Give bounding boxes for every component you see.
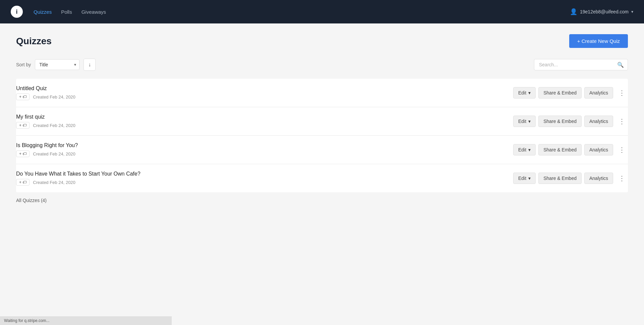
page-header: Quizzes + Create New Quiz	[16, 34, 628, 48]
quiz-actions: Edit ▾ Share & Embed Analytics ⋮	[513, 87, 628, 99]
logo[interactable]: i	[11, 6, 23, 18]
logo-icon: i	[11, 6, 23, 18]
search-input[interactable]	[534, 59, 628, 70]
edit-chevron-icon: ▾	[528, 90, 531, 95]
edit-chevron-icon: ▾	[528, 119, 531, 124]
quiz-info: Untitled Quiz + 🏷 Created Feb 24, 2020	[16, 85, 75, 100]
sort-label: Sort by	[16, 62, 31, 67]
quiz-info: Do You Have What it Takes to Start Your …	[16, 171, 141, 186]
table-row: My first quiz + 🏷 Created Feb 24, 2020 E…	[16, 107, 628, 136]
analytics-button[interactable]: Analytics	[584, 144, 613, 155]
sort-section: Sort by Title Date Created Date Modified…	[16, 59, 96, 71]
quiz-meta: + 🏷 Created Feb 24, 2020	[16, 93, 75, 100]
quiz-title: Untitled Quiz	[16, 85, 75, 91]
tag-button[interactable]: + 🏷	[16, 93, 30, 100]
edit-button[interactable]: Edit ▾	[513, 116, 536, 127]
nav-item-polls[interactable]: Polls	[61, 9, 72, 15]
edit-label: Edit	[518, 147, 526, 152]
quiz-actions: Edit ▾ Share & Embed Analytics ⋮	[513, 144, 628, 155]
share-embed-button[interactable]: Share & Embed	[538, 87, 582, 99]
sort-select-wrapper: Title Date Created Date Modified ▾	[35, 59, 79, 70]
analytics-button[interactable]: Analytics	[584, 116, 613, 127]
main-content: Quizzes + Create New Quiz Sort by Title …	[0, 23, 644, 214]
edit-chevron-icon: ▾	[528, 147, 531, 152]
edit-chevron-icon: ▾	[528, 176, 531, 181]
edit-label: Edit	[518, 90, 526, 95]
quiz-created: Created Feb 24, 2020	[33, 123, 75, 128]
edit-button[interactable]: Edit ▾	[513, 87, 536, 99]
quiz-info: My first quiz + 🏷 Created Feb 24, 2020	[16, 114, 75, 129]
table-row: Is Blogging Right for You? + 🏷 Created F…	[16, 136, 628, 164]
more-options-button[interactable]: ⋮	[616, 144, 628, 155]
quiz-meta: + 🏷 Created Feb 24, 2020	[16, 179, 141, 186]
quiz-meta: + 🏷 Created Feb 24, 2020	[16, 122, 75, 129]
quiz-title: My first quiz	[16, 114, 75, 120]
edit-label: Edit	[518, 119, 526, 124]
share-embed-button[interactable]: Share & Embed	[538, 173, 582, 184]
quiz-list: Untitled Quiz + 🏷 Created Feb 24, 2020 E…	[16, 79, 628, 192]
header: i Quizzes Polls Giveaways 👤 19e12eb8@uif…	[0, 0, 644, 23]
header-left: i Quizzes Polls Giveaways	[11, 6, 106, 18]
quiz-meta: + 🏷 Created Feb 24, 2020	[16, 150, 78, 157]
sort-select[interactable]: Title Date Created Date Modified	[35, 59, 79, 70]
page-title: Quizzes	[16, 36, 52, 47]
edit-label: Edit	[518, 176, 526, 181]
share-embed-button[interactable]: Share & Embed	[538, 144, 582, 155]
create-quiz-button[interactable]: + Create New Quiz	[569, 34, 628, 48]
edit-button[interactable]: Edit ▾	[513, 144, 536, 155]
quiz-created: Created Feb 24, 2020	[33, 94, 75, 100]
edit-button[interactable]: Edit ▾	[513, 173, 536, 184]
user-menu[interactable]: 👤 19e12eb8@uifeed.com ▾	[570, 8, 633, 15]
chevron-down-icon: ▾	[631, 9, 633, 14]
user-email: 19e12eb8@uifeed.com	[580, 9, 629, 14]
more-options-button[interactable]: ⋮	[616, 173, 628, 184]
share-embed-button[interactable]: Share & Embed	[538, 116, 582, 127]
more-options-button[interactable]: ⋮	[616, 87, 628, 98]
analytics-button[interactable]: Analytics	[584, 87, 613, 99]
quiz-count: All Quizzes (4)	[16, 198, 628, 203]
nav: Quizzes Polls Giveaways	[34, 9, 106, 15]
tag-button[interactable]: + 🏷	[16, 150, 30, 157]
analytics-button[interactable]: Analytics	[584, 173, 613, 184]
nav-item-quizzes[interactable]: Quizzes	[34, 9, 52, 15]
quiz-actions: Edit ▾ Share & Embed Analytics ⋮	[513, 173, 628, 184]
status-bar: Waiting for q.stripe.com...	[0, 316, 172, 325]
quiz-created: Created Feb 24, 2020	[33, 180, 75, 185]
quiz-created: Created Feb 24, 2020	[33, 151, 75, 156]
quiz-actions: Edit ▾ Share & Embed Analytics ⋮	[513, 116, 628, 127]
table-row: Do You Have What it Takes to Start Your …	[16, 164, 628, 192]
user-icon: 👤	[570, 8, 577, 15]
table-row: Untitled Quiz + 🏷 Created Feb 24, 2020 E…	[16, 79, 628, 107]
quiz-info: Is Blogging Right for You? + 🏷 Created F…	[16, 142, 78, 157]
quiz-title: Is Blogging Right for You?	[16, 142, 78, 148]
more-options-button[interactable]: ⋮	[616, 116, 628, 127]
sort-direction-button[interactable]: ↓	[84, 59, 96, 71]
nav-item-giveaways[interactable]: Giveaways	[82, 9, 106, 15]
tag-button[interactable]: + 🏷	[16, 122, 30, 129]
tag-button[interactable]: + 🏷	[16, 179, 30, 186]
search-wrapper: 🔍	[534, 59, 628, 70]
quiz-title: Do You Have What it Takes to Start Your …	[16, 171, 141, 177]
toolbar: Sort by Title Date Created Date Modified…	[16, 59, 628, 71]
